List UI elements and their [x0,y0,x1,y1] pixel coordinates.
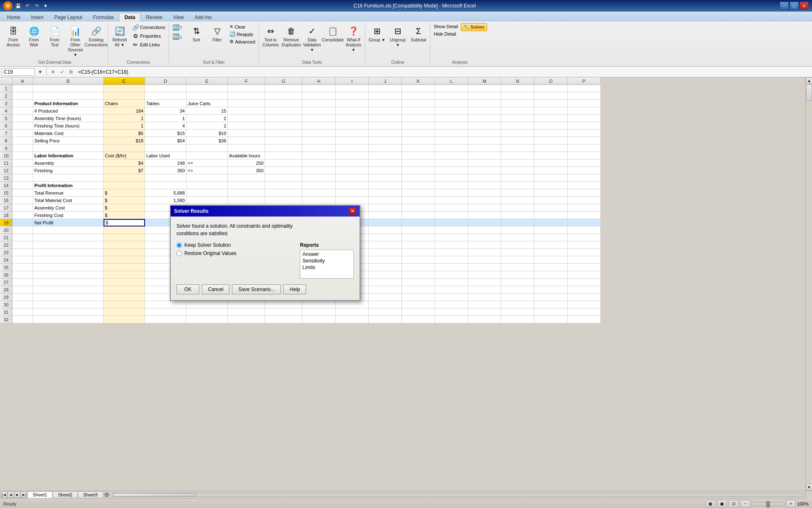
cell-i2[interactable] [336,92,369,100]
cell-h6[interactable] [302,122,336,130]
cell-l19[interactable] [435,219,468,226]
cell-m5[interactable] [468,115,501,122]
cell-k19[interactable] [402,219,435,226]
cell-k10[interactable] [402,152,435,159]
minimize-button[interactable]: − [780,2,789,10]
cell-k20[interactable] [402,226,435,234]
cell-b11[interactable]: Assembly [33,159,104,167]
cell-a15[interactable] [12,189,33,197]
cell-n1[interactable] [501,85,534,92]
undo-button[interactable]: ↶ [23,2,31,10]
row-header-3[interactable]: 3 [0,100,12,107]
sheet-nav-next[interactable]: ► [14,491,21,498]
cell-g1[interactable] [265,85,302,92]
cell-n3[interactable] [501,100,534,107]
show-detail-button[interactable]: Show Detail [432,23,460,30]
cell-p9[interactable] [568,144,601,152]
cell-f2[interactable] [228,92,265,100]
cell-i7[interactable] [336,130,369,137]
cell-j9[interactable] [369,144,402,152]
cell-d2[interactable] [145,92,186,100]
cell-m1[interactable] [468,85,501,92]
cell-b5[interactable]: Assembly Time (hours) [33,115,104,122]
scroll-down-button[interactable]: ▼ [806,484,812,491]
cell-m10[interactable] [468,152,501,159]
cell-c15[interactable]: $ [104,189,145,197]
cell-m4[interactable] [468,107,501,115]
subtotal-button[interactable]: Σ Subtotal [408,23,428,44]
horizontal-scroll-thumb[interactable] [113,493,196,496]
cell-m18[interactable] [468,212,501,219]
col-header-g[interactable]: G [265,77,302,85]
view-page-layout-button[interactable]: ▣ [718,500,727,508]
cell-o4[interactable] [534,107,568,115]
cell-d14[interactable] [145,182,186,189]
cell-o10[interactable] [534,152,568,159]
cell-p5[interactable] [568,115,601,122]
row-header-31[interactable]: 31 [0,308,12,316]
row-header-17[interactable]: 17 [0,204,12,212]
row-header-6[interactable]: 6 [0,122,12,130]
cell-p11[interactable] [568,159,601,167]
cell-m16[interactable] [468,197,501,204]
ungroup-button[interactable]: ⊟ Ungroup ▼ [388,23,408,49]
cell-o6[interactable] [534,122,568,130]
tab-page-layout[interactable]: Page Layout [49,12,87,22]
cell-j1[interactable] [369,85,402,92]
cell-c2[interactable] [104,92,145,100]
cell-l20[interactable] [435,226,468,234]
cell-p8[interactable] [568,137,601,144]
sort-az-button[interactable]: 🔤↑ [171,23,184,31]
cell-l8[interactable] [435,137,468,144]
cell-m14[interactable] [468,182,501,189]
cell-j11[interactable] [369,159,402,167]
cell-l1[interactable] [435,85,468,92]
cell-g6[interactable] [265,122,302,130]
cell-n15[interactable] [501,189,534,197]
view-normal-button[interactable]: ▦ [706,500,715,508]
cell-j20[interactable] [369,226,402,234]
edit-links-button[interactable]: ✏ Edit Links [130,41,167,49]
cell-m2[interactable] [468,92,501,100]
what-if-button[interactable]: ❓ What-IfAnalysis ▼ [343,23,363,54]
row-header-32[interactable]: 32 [0,316,12,323]
cell-c12[interactable]: $7 [104,167,145,174]
report-sensitivity[interactable]: Sensitivity [301,258,353,264]
col-header-l[interactable]: L [435,77,468,85]
cell-j19[interactable] [369,219,402,226]
cell-l3[interactable] [435,100,468,107]
cell-p12[interactable] [568,167,601,174]
cell-n10[interactable] [501,152,534,159]
sheet-nav-first[interactable]: |◄ [1,491,7,498]
cell-e2[interactable] [186,92,228,100]
cell-b12[interactable]: Finishing [33,167,104,174]
cell-m3[interactable] [468,100,501,107]
cell-o19[interactable] [534,219,568,226]
cell-l5[interactable] [435,115,468,122]
cell-e3[interactable]: Juice Carts [186,100,228,107]
cell-e16[interactable] [186,197,228,204]
cell-l14[interactable] [435,182,468,189]
cell-n5[interactable] [501,115,534,122]
cell-j16[interactable] [369,197,402,204]
cell-f11[interactable]: 250 [228,159,265,167]
cell-k8[interactable] [402,137,435,144]
cell-a12[interactable] [12,167,33,174]
cell-a1[interactable] [12,85,33,92]
cell-h8[interactable] [302,137,336,144]
cell-c20[interactable] [104,226,145,234]
cell-g12[interactable] [265,167,302,174]
row-header-20[interactable]: 20 [0,226,12,234]
cell-b9[interactable] [33,144,104,152]
from-text-button[interactable]: 📄 FromText [45,23,65,49]
row-header-4[interactable]: 4 [0,107,12,115]
cancel-formula-button[interactable]: ✕ [49,68,57,76]
connections-button[interactable]: 🔗 Connections [130,23,167,31]
col-header-a[interactable]: A [12,77,33,85]
cell-i4[interactable] [336,107,369,115]
cell-p2[interactable] [568,92,601,100]
customize-button[interactable]: ▼ [41,2,50,10]
cell-f8[interactable] [228,137,265,144]
cell-k11[interactable] [402,159,435,167]
cell-k13[interactable] [402,174,435,182]
